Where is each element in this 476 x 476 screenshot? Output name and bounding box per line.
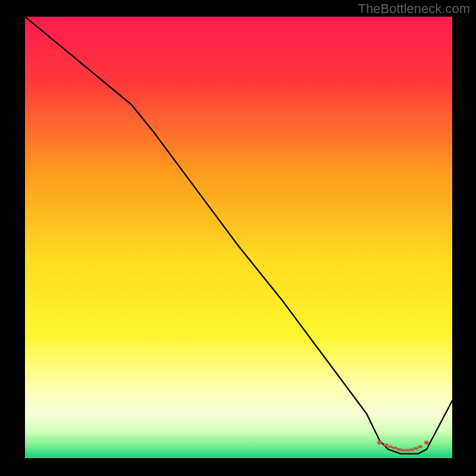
plot-area — [25, 17, 452, 458]
marker-dot — [396, 448, 401, 450]
marker-cap — [425, 441, 429, 445]
marker-cap — [378, 441, 382, 445]
marker-dot — [414, 447, 418, 450]
chart-frame: TheBottleneck.com — [0, 0, 476, 476]
marker-dot — [400, 449, 405, 451]
marker-dot — [418, 446, 422, 448]
marker-dot — [392, 447, 397, 449]
chart-svg — [25, 17, 452, 458]
marker-dot — [388, 446, 393, 448]
marker-dot — [384, 444, 389, 446]
marker-dot — [405, 449, 410, 451]
watermark-text: TheBottleneck.com — [358, 1, 470, 17]
marker-dot — [409, 449, 414, 451]
gradient-backdrop — [25, 17, 452, 458]
